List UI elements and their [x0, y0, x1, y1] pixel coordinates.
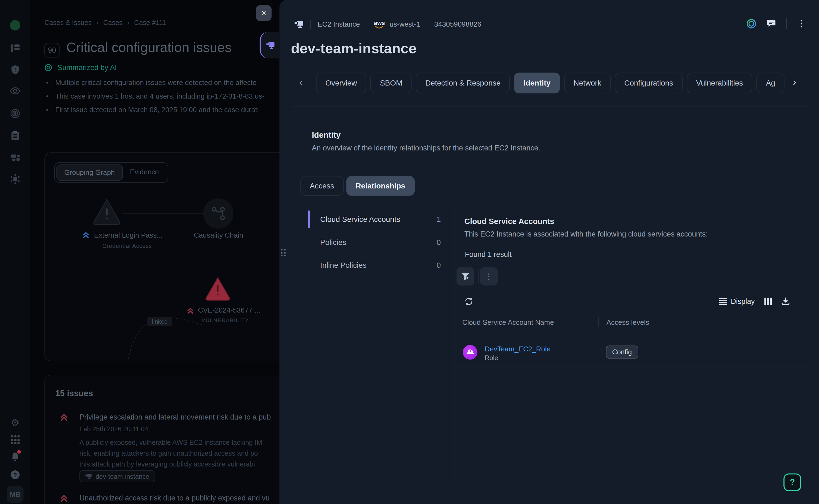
csa-description: This EC2 Instance is associated with the… [465, 230, 708, 238]
tab-network[interactable]: Network [564, 73, 611, 93]
tab-detection-response[interactable]: Detection & Response [416, 73, 510, 93]
drawer-header: EC2 Instance aws us-west-1 343059098826 [294, 18, 819, 31]
access-level-chip[interactable]: Config [606, 345, 638, 358]
tabs-scroll-right-icon[interactable]: › [793, 77, 796, 88]
asset-detail-drawer: EC2 Instance aws us-west-1 343059098826 [279, 0, 819, 504]
filter-button[interactable] [457, 267, 474, 285]
asset-tag-chip[interactable]: dev-team-instance [79, 470, 155, 482]
tab-vulnerabilities[interactable]: Vulnerabilities [687, 73, 752, 93]
issue-description: A publicly exposed, vulnerable AWS EC2 i… [79, 437, 262, 470]
radar-bug-icon[interactable] [10, 174, 20, 184]
notification-dot [17, 450, 21, 453]
app-grid-icon[interactable] [11, 435, 20, 444]
node-label[interactable]: External Login Pass... [94, 231, 162, 239]
tab-configurations[interactable]: Configurations [615, 73, 683, 93]
pinned-asset-tab[interactable] [259, 32, 280, 58]
graph-view-toggle: Grouping Graph Evidence [54, 162, 168, 183]
ai-bullet: • Multiple critical configuration issues… [46, 79, 256, 87]
node-sublabel: VULNERABILITY [202, 317, 249, 323]
column-header-access[interactable]: Access levels [607, 319, 649, 326]
download-icon[interactable] [782, 297, 790, 305]
case-title: Critical configuration issues [66, 40, 231, 56]
bell-icon[interactable] [10, 452, 20, 462]
subtab-relationships[interactable]: Relationships [346, 176, 415, 196]
tabbar-divider [292, 106, 807, 106]
aws-logo: aws [374, 20, 385, 29]
breadcrumb: Cases & Issues › Cases › Case #111 [44, 19, 166, 27]
issue-title[interactable]: Privilege escalation and lateral movemen… [79, 413, 271, 421]
ec2-monitor-icon [294, 20, 303, 28]
help-button[interactable]: ? [783, 473, 801, 491]
node-label[interactable]: Causality Chain [194, 231, 243, 239]
issues-count-heading: 15 issues [55, 389, 93, 398]
breadcrumb-cases[interactable]: Cases [103, 19, 123, 27]
node-sublabel: Credential Access [102, 243, 152, 249]
comment-icon[interactable] [767, 20, 776, 27]
dashboard-icon[interactable] [10, 43, 20, 53]
bullet-icon: • [46, 92, 48, 100]
app-sidebar: ⚙ ? MB [0, 0, 30, 504]
bullet-icon: • [46, 79, 48, 87]
svg-text:?: ? [13, 472, 17, 478]
help-circle-icon[interactable]: ? [10, 470, 20, 480]
target-icon[interactable] [10, 109, 20, 119]
shield-alert-icon[interactable] [10, 65, 20, 75]
display-button[interactable]: Display [719, 297, 755, 305]
asset-title: dev-team-instance [291, 41, 417, 57]
gear-icon[interactable]: ⚙ [11, 418, 20, 428]
severity-chevrons-icon [186, 307, 194, 315]
nav-inline-policies[interactable]: Inline Policies 0 [308, 254, 448, 277]
tabs-scroll-left-icon[interactable]: ‹ [299, 77, 302, 88]
clipboard-icon[interactable] [11, 131, 20, 141]
column-header-name[interactable]: Cloud Service Account Name [462, 319, 554, 326]
region-label: us-west-1 [390, 20, 420, 28]
issues-card: 15 issues Privilege escalation and later… [44, 375, 301, 504]
relationship-nav: Cloud Service Accounts 1 Policies 0 Inli… [308, 208, 448, 277]
severity-chevrons-icon [59, 413, 68, 422]
tab-grouping-graph[interactable]: Grouping Graph [56, 164, 123, 181]
case-page: Cases & Issues › Cases › Case #111 90 Cr… [30, 0, 302, 504]
identity-subtabs: Access Relationships [300, 176, 415, 196]
header-divider [786, 18, 787, 29]
asset-tabbar: Overview SBOM Detection & Response Ident… [316, 73, 807, 93]
display-label: Display [731, 297, 755, 305]
issue-title[interactable]: Unauthorized access risk due to a public… [79, 494, 269, 502]
user-avatar[interactable]: MB [7, 486, 24, 503]
node-label[interactable]: CVE-2024-53677 ... [198, 306, 260, 314]
chevron-right-icon: › [127, 19, 129, 27]
columns-icon[interactable] [764, 297, 772, 305]
identity-section-heading: Identity [312, 131, 341, 140]
table-kebab-button[interactable]: ⋮ [480, 267, 498, 285]
table-display-controls: Display [719, 297, 790, 305]
warning-node-icon[interactable] [92, 198, 122, 225]
content-divider [454, 209, 454, 483]
refresh-icon[interactable] [465, 297, 473, 306]
severity-chevrons-icon [59, 494, 68, 503]
breadcrumb-case-111: Case #111 [134, 19, 166, 27]
tab-sbom[interactable]: SBOM [370, 73, 412, 93]
kebab-menu-icon[interactable]: ⋮ [797, 18, 806, 29]
drawer-drag-handle[interactable] [281, 249, 285, 256]
csa-heading: Cloud Service Accounts [465, 217, 554, 226]
causality-node-icon[interactable] [203, 198, 234, 229]
active-marker [308, 210, 310, 228]
orca-ai-ring-icon[interactable] [746, 18, 757, 29]
nav-cloud-service-accounts[interactable]: Cloud Service Accounts 1 [308, 208, 448, 231]
grouping-graph-card: Grouping Graph Evidence [44, 152, 301, 361]
tab-overview[interactable]: Overview [316, 73, 366, 93]
nav-policies[interactable]: Policies 0 [308, 231, 448, 254]
cve-warning-node-icon[interactable] [204, 276, 231, 301]
account-name-link[interactable]: DevTeam_EC2_Role [485, 345, 551, 353]
subtab-access[interactable]: Access [300, 176, 343, 196]
close-button[interactable]: × [256, 5, 272, 21]
eye-icon[interactable] [10, 87, 20, 95]
tabbar-fade [778, 71, 815, 95]
tab-evidence[interactable]: Evidence [123, 164, 166, 181]
ai-ring-icon [44, 64, 52, 71]
inventory-blocks-icon[interactable] [10, 152, 20, 161]
bullet-icon: • [46, 106, 48, 114]
issue-timestamp: Feb 25th 2026 20:11:04 [79, 426, 148, 433]
breadcrumb-cases-issues[interactable]: Cases & Issues [44, 19, 92, 27]
tab-identity[interactable]: Identity [514, 73, 560, 93]
edge-label: linked [147, 317, 172, 326]
